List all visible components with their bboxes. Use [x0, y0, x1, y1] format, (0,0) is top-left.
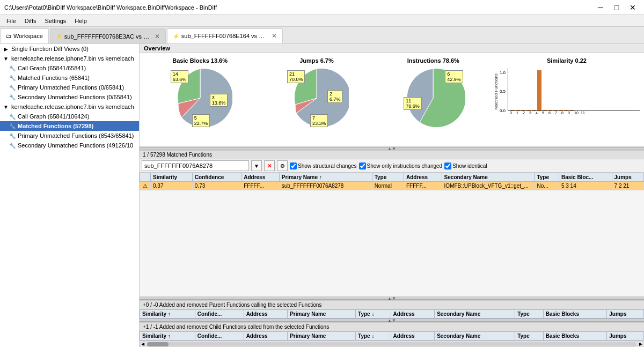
- tab-1-close[interactable]: ✕: [155, 33, 160, 40]
- c-th-type[interactable]: Type ↓: [356, 332, 391, 341]
- p-th-sname[interactable]: Secondary Name: [435, 310, 515, 319]
- menu-file[interactable]: File: [2, 17, 20, 25]
- p-th-addr2[interactable]: Address: [391, 310, 435, 319]
- sidebar-item-primary-unmatched2[interactable]: 🔧 Primary Unmatched Functions (8543/6584…: [0, 131, 139, 141]
- child-table-scroll[interactable]: Similarity ↑ Confide... Address Primary …: [140, 331, 644, 341]
- sidebar-item-matched1[interactable]: 🔧 Matched Functions (65841): [0, 73, 139, 83]
- c-th-addr[interactable]: Address: [244, 332, 288, 341]
- func-icon: 🔧: [9, 64, 16, 72]
- settings-button[interactable]: ⚙: [277, 160, 288, 171]
- minimize-button[interactable]: ─: [594, 2, 608, 13]
- search-input[interactable]: [142, 160, 249, 171]
- sidebar-item-callgraph1[interactable]: 🔧 Call Graph (65841/65841): [0, 63, 139, 73]
- sidebar-item-single-func[interactable]: ▶ Single Function Diff Views (0): [0, 44, 139, 54]
- c-th-conf[interactable]: Confide...: [195, 332, 244, 341]
- dropdown-button[interactable]: ▼: [251, 160, 262, 171]
- c-th-jumps[interactable]: Jumps: [607, 332, 644, 341]
- table-header-row: Similarity Confidence Address Primary Na…: [140, 173, 644, 182]
- identical-checkbox[interactable]: Show identical: [444, 163, 487, 169]
- c-th-pname[interactable]: Primary Name: [288, 332, 356, 341]
- table-row[interactable]: ⚠ 0.37 0.73 FFFFF... sub_FFFFFFF0076A827…: [140, 182, 644, 190]
- p-th-type2[interactable]: Type: [515, 310, 544, 319]
- x-labels: 0 1 2 3 4 5 6 7 8 9 10 11: [508, 111, 640, 115]
- tab-workspace[interactable]: 🗂 Workspace: [0, 28, 49, 43]
- bar-11: [569, 110, 574, 110]
- sidebar: ▶ Single Function Diff Views (0) ▼ kerne…: [0, 44, 140, 347]
- sidebar-item-callgraph2[interactable]: 🔧 Call Graph (65841/106424): [0, 112, 139, 121]
- th-address2[interactable]: Address: [404, 173, 442, 182]
- parent-table: Similarity ↑ Confide... Address Primary …: [140, 309, 644, 319]
- matched-functions-header: 1 / 57298 Matched Functions: [140, 150, 644, 159]
- th-confidence[interactable]: Confidence: [192, 173, 241, 182]
- bar-10: [564, 110, 568, 110]
- c-th-sim[interactable]: Similarity ↑: [140, 332, 195, 341]
- c-th-sname[interactable]: Secondary Name: [435, 332, 515, 341]
- menu-help[interactable]: Help: [70, 17, 91, 25]
- sidebar-scroll[interactable]: ▶ Single Function Diff Views (0) ▼ kerne…: [0, 44, 139, 347]
- tab1-icon: ⚡: [56, 33, 62, 39]
- scroll-right-arrow[interactable]: ▶: [638, 341, 644, 348]
- tab2-icon: ⚡: [173, 33, 179, 39]
- th-type2[interactable]: Type: [535, 173, 559, 182]
- maximize-button[interactable]: □: [610, 2, 624, 13]
- th-primary-name[interactable]: Primary Name ↑: [279, 173, 372, 182]
- close-button[interactable]: ✕: [626, 2, 640, 13]
- tab-1[interactable]: ⚡ sub_FFFFFFF00768E3AC vs sub_FFFFFFF007…: [50, 28, 166, 43]
- th-type1[interactable]: Type: [372, 173, 404, 182]
- th-jumps[interactable]: Jumps: [612, 173, 643, 182]
- row-confidence: 0.73: [192, 182, 241, 190]
- scroll-left-arrow[interactable]: ◀: [140, 341, 146, 348]
- folder-open-icon: ▼: [2, 55, 10, 62]
- sidebar-item-secondary-unmatched1[interactable]: 🔧 Secondary Unmatched Functions (0/65841…: [0, 92, 139, 102]
- bar-chart-wrapper: 0 1 2 3 4 5 6 7 8 9 10 11: [508, 68, 640, 115]
- instructions-title: Instructions 78.6%: [407, 57, 459, 64]
- scroll-thumb[interactable]: [147, 342, 169, 346]
- similarity-chart-inner: Matched Functions 1.0 0.5 0.0: [494, 68, 640, 115]
- scroll-track[interactable]: [147, 342, 636, 346]
- p-th-conf[interactable]: Confide...: [195, 310, 244, 319]
- c-th-addr2[interactable]: Address: [391, 332, 435, 341]
- menu-diffs[interactable]: Diffs: [20, 17, 41, 25]
- titlebar-controls: ─ □ ✕: [594, 2, 640, 13]
- structural-changes-checkbox[interactable]: Show structural changes: [290, 163, 357, 169]
- menu-settings[interactable]: Settings: [41, 17, 71, 25]
- th-address1[interactable]: Address: [241, 173, 280, 182]
- sidebar-item-kernelcache1[interactable]: ▼ kernelcache.release.iphone7.bin vs ker…: [0, 54, 139, 63]
- instructions-chart: Instructions 78.6% 642.9% 1178.6%: [377, 57, 489, 142]
- horizontal-scrollbar[interactable]: ◀ ▶: [140, 341, 644, 347]
- th-similarity[interactable]: Similarity: [151, 173, 193, 182]
- ins-label2: 1178.6%: [404, 97, 422, 110]
- c-th-bb[interactable]: Basic Blocks: [543, 332, 607, 341]
- p-th-pname[interactable]: Primary Name: [288, 310, 356, 319]
- p-th-addr[interactable]: Address: [244, 310, 288, 319]
- th-basic-blocks[interactable]: Basic Bloc...: [559, 173, 612, 182]
- jumps-pie: 2170.0% 26.7% 723.3%: [284, 66, 349, 130]
- th-icon[interactable]: [140, 173, 151, 182]
- sidebar-item-single-func-label: Single Function Diff Views (0): [11, 46, 89, 52]
- clear-button[interactable]: ✕: [264, 160, 275, 171]
- y-label-2: 0.5: [500, 89, 506, 94]
- child-section: +1 / -1 Added and removed Child Function…: [140, 322, 644, 341]
- c-th-type2[interactable]: Type: [515, 332, 544, 341]
- workspace-icon: 🗂: [6, 33, 11, 39]
- tab-2-close[interactable]: ✕: [272, 32, 277, 40]
- row-address1: FFFFF...: [241, 182, 280, 190]
- p-th-sim[interactable]: Similarity ↑: [140, 310, 195, 319]
- sidebar-item-matched2[interactable]: 🔧 Matched Functions (57298): [0, 121, 139, 131]
- sidebar-item-kernelcache2[interactable]: ▼ kernelcache.release.iphone7.bin vs ker…: [0, 102, 139, 112]
- instructions-changed-checkbox[interactable]: Show only instructions changed: [359, 163, 443, 169]
- p-th-bb[interactable]: Basic Blocks: [543, 310, 607, 319]
- parent-table-scroll[interactable]: Similarity ↑ Confide... Address Primary …: [140, 309, 644, 319]
- sidebar-item-secondary-unmatched2-label: Secondary Unmatched Functions (49126/10: [18, 142, 133, 149]
- func-icon-2: 🔧: [9, 74, 16, 82]
- main-table-scroll[interactable]: Similarity Confidence Address Primary Na…: [140, 173, 644, 237]
- x-label-8: 8: [561, 111, 567, 115]
- p-th-type[interactable]: Type ↓: [356, 310, 391, 319]
- th-secondary-name[interactable]: Secondary Name: [442, 173, 535, 182]
- bb-label3: 522.7%: [192, 114, 210, 127]
- tab-2[interactable]: ⚡ sub_FFFFFFF00768E164 vs _ipc_kmsg_get …: [167, 28, 283, 43]
- sidebar-item-secondary-unmatched2[interactable]: 🔧 Secondary Unmatched Functions (49126/1…: [0, 141, 139, 150]
- p-th-jumps[interactable]: Jumps: [607, 310, 644, 319]
- sidebar-item-primary-unmatched1[interactable]: 🔧 Primary Unmatched Functions (0/65841): [0, 83, 139, 92]
- charts-area: Basic Blocks 13.6% 1463.6% 313.6% 522.7%: [140, 53, 644, 147]
